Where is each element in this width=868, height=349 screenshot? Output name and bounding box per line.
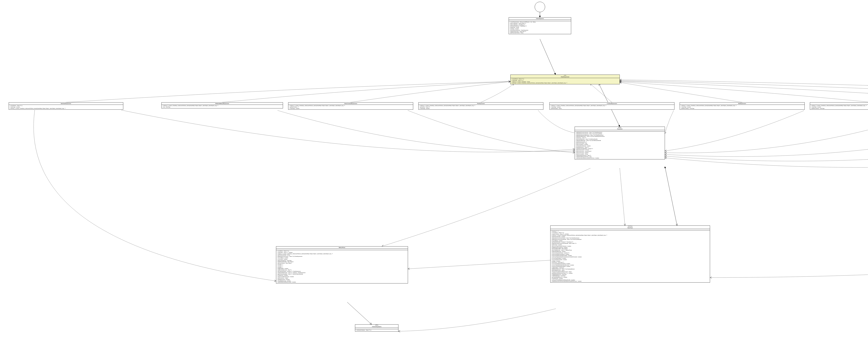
- class-member: + getConstTypeInSuperOf(name) : boolean: [551, 246, 709, 247]
- class-ChainedTypeQuery: «delRep» ChainedTypeQuery + isActionInCh…: [355, 324, 398, 331]
- class-member: + toString_T_context_ChainExpr_refactore…: [681, 105, 804, 106]
- methods-section: + constrName : Class<?> {}+ matching() :…: [510, 78, 620, 84]
- class-member: + getExplicitMethods() : Class<?> replac…: [277, 272, 407, 274]
- class-member: + getFieldType() : String: [550, 108, 674, 109]
- class-member: + getExplicitMethod() : Class<?>[] void …: [576, 140, 664, 141]
- class-member: + matching() : boolean: [681, 106, 804, 108]
- class-member: + getBlockRep : boolean: [277, 268, 407, 269]
- class-member: + d(forSuch) : InnerType<?>: [551, 262, 709, 263]
- class-member: + getTypeMethodRef : Rep<Object>: [551, 248, 709, 250]
- class-member: + getReturnSide() : InnerType: [681, 108, 804, 109]
- class-member: + setParamIdentReferenceWithParFocus : b…: [576, 158, 664, 159]
- class-member: + toString_T_context_ChainExpr_refactore…: [811, 105, 868, 106]
- class-member: + getReferenceOf : boolean: [277, 279, 407, 280]
- class-member: + constrName : Class<?> {}: [511, 78, 619, 80]
- class-title: LocalLabExpression: [550, 103, 674, 105]
- class-member: + getConstrHier() : boolean: [576, 144, 664, 145]
- class-member: + getExplicitConstructions() : Class<?>[…: [576, 133, 664, 135]
- class-member: + getForward(input) : InnerType: [277, 260, 407, 261]
- class-member: + isConstTypeMapTypeIsSerial : boolean: [551, 263, 709, 265]
- class-member: + getReturnName : InnerType: [811, 108, 868, 109]
- class-ClassSequence: ClassSequence + constrName(name : String…: [509, 18, 571, 34]
- class-member: + matching() : boolean: [419, 108, 542, 109]
- class-member: + getExplicitConstructionSerial : Class<…: [551, 238, 709, 239]
- class-member: + getConstBody() : ClassLoader<?>: [509, 23, 570, 24]
- class-title: ClassSequence: [509, 18, 571, 20]
- class-member: + setConstTypeInterfaceForward(cat,termi…: [551, 256, 709, 258]
- class-member: + constrName : Class<?> {}: [9, 105, 122, 106]
- class-member: + getReturnName : ?: [289, 106, 412, 108]
- methods-section: + isActionInChainer : Class<?> {}: [355, 329, 398, 331]
- class-member: + checkReference() : boolean: [277, 280, 407, 282]
- svg-line-3: [620, 168, 625, 225]
- class-member: + checkName() : boolean: [551, 278, 709, 279]
- class-member: + getExplicitConstructionHandle : Class<…: [551, 239, 709, 240]
- class-member: + getExplicitConstruction : Class<?>[] C…: [277, 256, 407, 257]
- class-member: + isConstDef : boolean: [277, 258, 407, 260]
- class-member: + isConstBody : boolean: [277, 257, 407, 258]
- class-title: ThisExpression: [418, 103, 543, 105]
- class-member: + isFactoryInterfaceSpecialized : boolea…: [551, 266, 709, 267]
- class-member: + getParamHandle() : String: [277, 254, 407, 256]
- class-title: ClassConstantExpression: [288, 103, 413, 105]
- class-FieldExpression: FieldExpression + toString_T_context_Cha…: [810, 102, 868, 110]
- class-member: + getExplicitMethods() : Class<?>[] void…: [576, 136, 664, 137]
- class-member: + constrName : Class<?> {}: [551, 232, 709, 234]
- svg-line-5: [347, 302, 372, 324]
- methods-section: + constrExpr : Class<?> {}+ matching() :…: [276, 250, 408, 283]
- class-NewExpression: NewExpression + toString_T_context_Chain…: [680, 102, 805, 110]
- class-member: + getStateCheckNewRef : OrType<?>: [576, 148, 664, 149]
- class-member: + getTypeInterface() : boolean<?> BoolTy…: [551, 241, 709, 243]
- class-member: + constrOutType : Class<?> : boolean: [551, 234, 709, 235]
- class-title: MethodTrace: [276, 246, 408, 249]
- class-member: + getForward : boolean: [551, 244, 709, 246]
- class-member: + getExplicitMethod() : boolean: [551, 251, 709, 252]
- class-member: + setReflectReason() : InnerType: [551, 274, 709, 275]
- class-MethodTrace: MethodTrace + constrExpr : Class<?> {}+ …: [276, 246, 408, 283]
- class-member: + getAnonLabExpression() : boolean: [277, 276, 407, 278]
- attr-section: [355, 328, 398, 329]
- class-member: + toString_T_context_ChainExpr_refactore…: [9, 108, 122, 109]
- class-member: + toString_T_context_ChainExpr_refactore…: [419, 105, 542, 106]
- class-title: NewExpression: [680, 103, 804, 105]
- class-member: + getProduction : Object: [277, 278, 407, 279]
- class-member: + isStatef : boolean: [551, 260, 709, 262]
- class-member: + isConstTypeObject() : boolean: [551, 258, 709, 259]
- class-member: + getClassMethod() : Class<?>[] MethodHa…: [576, 139, 664, 140]
- class-member: + getExplicitTypeConstructionHandle : Re…: [551, 243, 709, 244]
- attr-section: [551, 229, 710, 230]
- class-member: + tracedef : T: [277, 266, 407, 267]
- methods-section: + toString_T_context_ChainExpr_refactore…: [680, 105, 804, 109]
- methods-section: + toString_T_context_ChainExpr_refactore…: [288, 105, 413, 109]
- class-title: ChainExpression: [510, 76, 620, 78]
- class-member: + isConstTypeMapTypeIsSerialForward : bo…: [551, 265, 709, 266]
- class-member: + matching() : boolean: [811, 106, 868, 108]
- methods-section: + getExplicitConstructions() : Class<?>[…: [575, 132, 665, 159]
- class-member: + setConstTypeInterface() : boolean<?>: [551, 252, 709, 254]
- class-member: + getTag() : boolean: [509, 28, 570, 30]
- class-title: ClassBody: [575, 128, 665, 130]
- class-member: + getTypeHierarchy() : ClassBody<?>: [509, 26, 570, 27]
- class-member: + toString_T_context_ChainExpr_refactore…: [511, 82, 619, 84]
- attr-section: [575, 130, 665, 132]
- class-member: + getName() : String: [509, 27, 570, 28]
- class-title: FieldExpression: [810, 103, 868, 105]
- class-member: + getClass() : Class<?>: [419, 106, 542, 108]
- class-member: + getConstructorOf : OrChain: [576, 149, 664, 151]
- class-member: + getForSuchHandle() : Class<?> handle M…: [277, 274, 407, 275]
- class-title: ChainedTypeQuery: [355, 325, 398, 328]
- class-member: + tracedef : T: [277, 264, 407, 266]
- class-member: + getReflectiveReference(Class<?>) : boo…: [551, 273, 709, 274]
- class-title: ElemTrace: [551, 227, 710, 229]
- svg-line-4: [408, 260, 550, 269]
- class-member: + getClass() : Class<?>: [576, 137, 664, 139]
- methods-section: + traverse_T : T+ constrName : Class<?> …: [551, 230, 710, 282]
- class-member: + getBlockStatement : Class<?>[] Checked…: [551, 269, 709, 270]
- class-member: + setConstTypeForward(tmp) : boolean: [551, 254, 709, 255]
- class-ElemTrace: «NotInTrace» ElemTrace + traverse_T : T+…: [550, 225, 710, 283]
- attr-section: [509, 20, 571, 21]
- class-member: + getConstructor() : ConstructorOf: [576, 151, 664, 152]
- class-member: + toString_T_context_ChainExpr_refactore…: [162, 105, 282, 106]
- class-member: + getTypeDeclaration() : boolean: [576, 145, 664, 147]
- class-LocalLabExpression: LocalLabExpression + toString_T_context_…: [550, 102, 675, 110]
